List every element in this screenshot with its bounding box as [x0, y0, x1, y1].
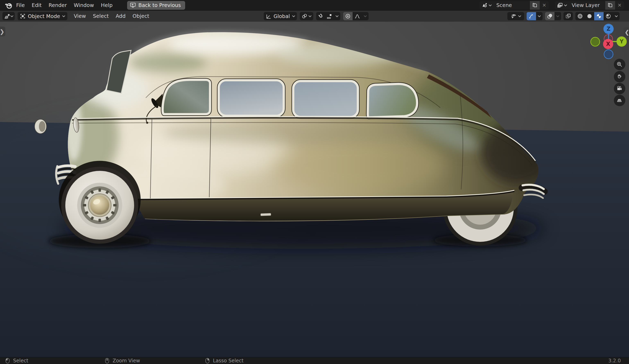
scene-browse-button[interactable]	[479, 1, 493, 10]
overlays-icon	[547, 13, 553, 19]
proportional-editing-toggle[interactable]	[343, 12, 353, 20]
menu-render[interactable]: Render	[45, 0, 70, 11]
gizmos-controls	[527, 12, 543, 20]
orientation-label: Global	[272, 13, 292, 19]
mode-label: Object Mode	[26, 13, 62, 19]
chevron-down-icon	[564, 4, 567, 6]
chevron-down-icon	[615, 15, 618, 17]
xray-icon	[565, 13, 571, 19]
snapping-controls	[316, 12, 340, 20]
shading-wireframe-button[interactable]	[575, 12, 585, 20]
menu-add[interactable]: Add	[112, 11, 129, 22]
snap-mode-increment[interactable]	[325, 12, 334, 20]
back-to-previous-label: Back to Previous	[139, 2, 181, 8]
chevron-down-icon	[292, 15, 295, 17]
status-lasso-hint: Lasso Select	[205, 357, 243, 364]
editor-type-selector[interactable]	[2, 12, 15, 20]
view-layer-name-field[interactable]: View Layer	[569, 2, 605, 8]
shading-rendered-button[interactable]	[604, 12, 613, 20]
chevron-down-icon	[556, 15, 559, 17]
show-overlays-toggle[interactable]	[545, 12, 554, 20]
snap-toggle[interactable]	[316, 12, 325, 20]
show-object-types[interactable]	[509, 12, 523, 20]
zoom-button[interactable]	[614, 59, 625, 70]
new-scene-button[interactable]	[530, 1, 540, 10]
snap-options-dropdown[interactable]	[334, 12, 340, 20]
eye-cursor-icon	[510, 13, 517, 19]
chevron-down-icon	[308, 15, 312, 17]
orthographic-grid-button[interactable]	[614, 95, 625, 106]
back-screen-icon	[130, 2, 136, 8]
object-mode-icon	[20, 13, 26, 19]
transform-orientation-selector[interactable]: Global	[264, 12, 297, 20]
viewport-editor-icon	[4, 13, 10, 19]
3d-viewport[interactable]: Z Y X	[0, 22, 629, 357]
collapse-left-glyph: ❯	[0, 28, 4, 35]
camera-view-button[interactable]	[614, 83, 625, 94]
shading-material-preview-button[interactable]	[594, 12, 604, 20]
axis-y-label: Y	[620, 38, 624, 45]
status-zoom-hint: Zoom View	[105, 357, 140, 364]
topbar-right: Scene ✕	[479, 1, 624, 10]
axis-minus-z-ball[interactable]	[604, 50, 613, 59]
status-lasso-label: Lasso Select	[213, 358, 243, 364]
sidebar-expand-tab[interactable]: ❮	[624, 27, 629, 37]
view-layer-icon	[557, 2, 563, 8]
new-view-layer-button[interactable]	[605, 1, 615, 10]
menu-view[interactable]: View	[70, 11, 89, 22]
rendered-sphere-icon	[605, 13, 611, 19]
view-layer-browse-button[interactable]	[555, 1, 569, 10]
remove-view-layer-button[interactable]: ✕	[615, 1, 624, 10]
status-select-hint: Select	[5, 357, 28, 364]
orientation-axes-icon	[265, 13, 272, 19]
gizmos-dropdown[interactable]	[536, 12, 543, 20]
statusbar: Select Zoom View Lasso Select 3.2.0	[0, 357, 629, 364]
menu-select[interactable]: Select	[89, 11, 112, 22]
blender-window: File Edit Render Window Help Back to Pre…	[0, 0, 629, 364]
mouse-middle-icon	[105, 358, 109, 364]
menu-help[interactable]: Help	[97, 0, 116, 11]
back-to-previous-button[interactable]: Back to Previous	[127, 1, 185, 10]
collapse-right-glyph: ❮	[625, 29, 629, 36]
pan-hand-button[interactable]	[614, 71, 625, 83]
xray-toggle[interactable]	[564, 12, 573, 20]
menu-object[interactable]: Object	[129, 11, 153, 22]
wireframe-sphere-icon	[577, 13, 583, 19]
scene-name-field[interactable]: Scene	[493, 2, 530, 8]
mouse-right-icon	[205, 358, 210, 364]
falloff-curve-icon	[354, 13, 360, 19]
window-3	[293, 81, 358, 117]
axis-z-label: Z	[607, 26, 611, 32]
viewport-header: Object Mode View Select Add Object Globa…	[0, 11, 629, 22]
overlays-dropdown	[554, 12, 561, 20]
axis-x-label: X	[606, 41, 610, 47]
proportional-falloff[interactable]	[353, 12, 362, 20]
window-2	[219, 80, 284, 116]
scene-icon	[481, 2, 488, 8]
shading-dropdown[interactable]	[613, 12, 620, 20]
chevron-down-icon	[488, 4, 492, 6]
axis-minus-y-ball[interactable]	[591, 37, 600, 46]
window-4	[368, 84, 417, 118]
duplicate-icon	[607, 2, 613, 8]
menu-window[interactable]: Window	[70, 0, 97, 11]
menu-edit[interactable]: Edit	[28, 0, 45, 11]
unlink-scene-button[interactable]: ✕	[540, 1, 549, 10]
material-sphere-icon	[596, 13, 602, 19]
door-step	[260, 213, 271, 216]
chevron-down-icon	[538, 15, 541, 17]
mode-selector[interactable]: Object Mode	[18, 12, 67, 20]
menu-file[interactable]: File	[13, 0, 28, 11]
show-gizmos-toggle[interactable]	[527, 12, 536, 20]
visibility-controls	[507, 12, 524, 20]
pivot-point-selector[interactable]	[300, 12, 313, 20]
gizmo-arrow-icon	[528, 13, 534, 19]
topbar: File Edit Render Window Help Back to Pre…	[0, 0, 629, 11]
blender-logo-icon[interactable]	[4, 1, 13, 9]
shading-solid-button[interactable]	[585, 12, 594, 20]
proportional-circle-icon	[345, 13, 351, 19]
increment-snap-icon	[326, 13, 332, 19]
toolbar-expand-tab[interactable]: ❯	[0, 27, 5, 36]
window-1	[162, 80, 210, 114]
far-side-headlight	[35, 119, 46, 134]
